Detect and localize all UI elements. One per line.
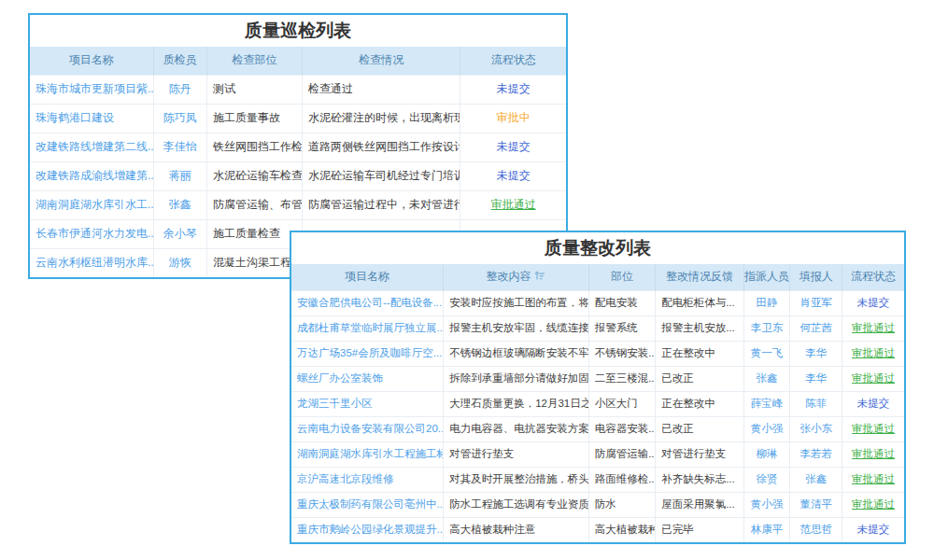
status-badge[interactable]: 未提交 [857,524,890,535]
project-name-link[interactable]: 万达广场35#会所及咖啡厅空... [297,347,442,358]
project-name-link[interactable]: 改建铁路线增建第二线... [35,140,153,153]
person-name-link[interactable]: 李佳怡 [163,140,197,153]
table-cell-指派人员: 田静 [743,290,790,315]
table-cell-部位: 报警系统 [588,315,656,341]
cell-text: 屋面采用聚氯... [661,498,735,510]
column-header-label: 部位 [611,270,633,283]
table-cell-部位: 防腐管运输... [588,441,656,467]
cell-text: 安装时应按施工图的布置，将... [449,297,588,308]
project-name-link[interactable]: 长春市伊通河水力发电... [35,227,153,240]
person-name-link[interactable]: 董清平 [800,498,833,510]
project-name-link[interactable]: 重庆太极制药有限公司亳州中... [297,498,444,510]
table-cell-整改情况反馈: 已改正 [656,366,743,391]
table-cell-质检员: 张鑫 [153,190,206,219]
table-cell-项目名称: 珠海市城市更新项目紫... [30,75,153,104]
table-title: 质量巡检列表 [30,15,566,47]
project-name-link[interactable]: 重庆市鹅岭公园绿化景观提升... [297,524,444,535]
column-header-label: 检查情况 [359,53,403,66]
project-name-link[interactable]: 龙湖三千里小区 [297,398,373,409]
person-name-link[interactable]: 游恢 [169,256,191,269]
status-badge[interactable]: 未提交 [497,82,531,95]
table-cell-项目名称: 万达广场35#会所及咖啡厅空... [291,341,444,366]
column-header-整改内容[interactable]: 整改内容 [444,264,588,290]
table-cell-整改内容: 报警主机安放牢固，线缆连接... [444,315,588,341]
project-name-link[interactable]: 云南水利枢纽潜明水库... [35,256,153,269]
person-name-link[interactable]: 李华 [805,347,827,358]
project-name-link[interactable]: 珠海鹤港口建设 [35,111,114,124]
person-name-link[interactable]: 张鑫 [757,372,778,384]
status-badge[interactable]: 审批中 [497,111,531,124]
status-badge[interactable]: 审批通过 [852,423,895,434]
status-badge[interactable]: 审批通过 [491,198,536,211]
cell-text: 报警主机安放... [661,322,735,333]
person-name-link[interactable]: 肖亚军 [800,297,833,308]
person-name-link[interactable]: 黄小强 [751,423,784,434]
table-cell-流程状态: 审批通过 [842,366,904,391]
person-name-link[interactable]: 林康平 [751,524,784,535]
person-name-link[interactable]: 李华 [805,372,827,384]
status-badge[interactable]: 审批通过 [852,372,895,384]
column-header-label: 流程状态 [491,53,536,66]
person-name-link[interactable]: 薛宝峰 [751,398,784,409]
cell-text: 测试 [213,82,235,95]
person-name-link[interactable]: 黄一飞 [751,347,784,358]
person-name-link[interactable]: 蒋丽 [169,169,191,182]
project-name-link[interactable]: 成都杜甫草堂临时展厅独立展... [297,322,444,333]
table-cell-项目名称: 云南水利枢纽潜明水库... [30,248,153,277]
table-title: 质量整改列表 [291,232,904,264]
person-name-link[interactable]: 柳琳 [757,448,778,459]
project-name-link[interactable]: 京沪高速北京段维修 [297,473,394,484]
table-row: 重庆太极制药有限公司亳州中...防水工程施工选调有专业资质...防水屋面采用聚氯… [291,492,904,517]
cell-text: 对管进行垫支 [661,448,726,459]
person-name-link[interactable]: 田静 [757,297,778,308]
person-name-link[interactable]: 张小东 [800,423,833,434]
person-name-link[interactable]: 李卫东 [751,322,784,333]
column-header-质检员: 质检员 [153,47,206,75]
status-badge[interactable]: 审批通过 [852,498,895,510]
status-badge[interactable]: 未提交 [497,169,531,182]
person-name-link[interactable]: 何芷茜 [800,322,833,333]
project-name-link[interactable]: 云南电力设备安装有限公司20... [297,423,444,434]
project-name-link[interactable]: 安徽合肥供电公司--配电设备... [297,297,442,308]
table-cell-项目名称: 龙湖三千里小区 [291,391,444,416]
status-badge[interactable]: 审批通过 [852,448,895,459]
project-name-link[interactable]: 螺丝厂办公室装饰 [297,372,383,384]
column-header-流程状态: 流程状态 [842,264,904,290]
person-name-link[interactable]: 张鑫 [805,473,827,484]
project-name-link[interactable]: 改建铁路成渝线增建第... [35,169,153,182]
person-name-link[interactable]: 陈菲 [805,398,827,409]
person-name-link[interactable]: 范思哲 [800,524,833,535]
status-badge[interactable]: 审批通过 [852,473,895,484]
person-name-link[interactable]: 陈巧凤 [163,111,197,124]
project-name-link[interactable]: 珠海市城市更新项目紫... [35,82,153,95]
table-cell-部位: 二至三楼混... [588,366,656,391]
table-cell-项目名称: 螺丝厂办公室装饰 [291,366,444,391]
project-name-link[interactable]: 湖南洞庭湖水库引水工... [35,198,153,211]
table-cell-填报人: 何芷茜 [790,315,842,341]
cell-text: 小区大门 [595,398,638,409]
column-header-label: 项目名称 [345,270,389,283]
person-name-link[interactable]: 陈丹 [169,82,191,95]
person-name-link[interactable]: 徐贤 [757,473,778,484]
column-header-label: 检查部位 [232,53,276,66]
person-name-link[interactable]: 余小琴 [163,227,197,240]
status-badge[interactable]: 未提交 [857,398,890,409]
cell-text: 大理石质量更换，12月31日之... [449,398,588,409]
status-badge[interactable]: 审批通过 [852,322,895,333]
person-name-link[interactable]: 李若若 [800,448,833,459]
table-header-row: 项目名称整改内容部位整改情况反馈指派人员填报人流程状态 [291,264,904,290]
table-cell-整改情况反馈: 正在整改中 [656,341,743,366]
project-name-link[interactable]: 湖南洞庭湖水库引水工程施工标 [297,448,444,459]
column-header-项目名称: 项目名称 [30,47,153,75]
cell-text: 检查通过 [308,82,353,95]
status-badge[interactable]: 审批通过 [852,347,895,358]
status-badge[interactable]: 未提交 [497,140,531,153]
status-badge[interactable]: 未提交 [857,297,890,308]
sort-icon[interactable] [534,270,545,284]
cell-text: 已改正 [661,372,694,384]
table-cell-项目名称: 长春市伊通河水力发电... [30,219,153,248]
quality-rectification-table-card: 质量整改列表 项目名称整改内容部位整改情况反馈指派人员填报人流程状态安徽合肥供电… [290,231,906,544]
table-cell-项目名称: 改建铁路成渝线增建第... [30,161,153,190]
person-name-link[interactable]: 黄小强 [751,498,784,510]
person-name-link[interactable]: 张鑫 [169,198,191,211]
